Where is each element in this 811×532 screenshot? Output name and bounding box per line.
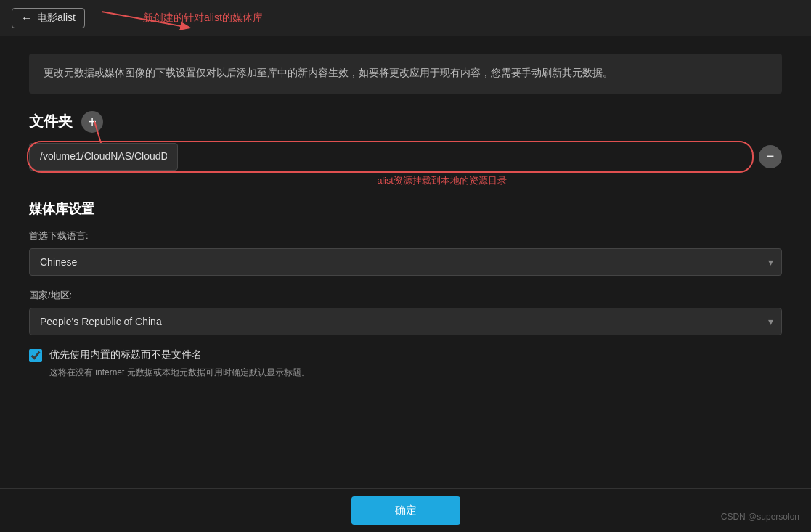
notice-text: 更改元数据或媒体图像的下载设置仅对以后添加至库中的新内容生效，如要将更改应用于现… <box>44 67 613 78</box>
back-label: 电影alist <box>37 12 76 25</box>
language-select-wrapper: Chinese English Japanese Korean ▾ <box>29 248 782 276</box>
country-select-wrapper: People's Republic of China United States… <box>29 308 782 335</box>
title-preference-checkbox[interactable] <box>29 349 42 362</box>
folder-path-input[interactable] <box>29 143 178 171</box>
back-button[interactable]: ← 电影alist <box>12 8 85 28</box>
folder-annotation: alist资源挂载到本地的资源目录 <box>102 175 782 187</box>
confirm-label: 确定 <box>395 504 417 516</box>
notice-box: 更改元数据或媒体图像的下载设置仅对以后添加至库中的新内容生效，如要将更改应用于现… <box>29 54 782 94</box>
remove-icon: − <box>767 149 775 164</box>
language-select[interactable]: Chinese English Japanese Korean <box>29 248 782 276</box>
folder-row: − <box>29 143 782 171</box>
country-select[interactable]: People's Republic of China United States… <box>29 308 782 335</box>
language-label: 首选下载语言: <box>29 229 782 242</box>
watermark: CSDN @supersolon <box>721 512 799 522</box>
remove-folder-button[interactable]: − <box>759 145 782 168</box>
main-content: 更改元数据或媒体图像的下载设置仅对以后添加至库中的新内容生效，如要将更改应用于现… <box>0 36 811 488</box>
folders-label: 文件夹 <box>29 112 73 131</box>
footer: 确定 <box>0 488 811 532</box>
confirm-button[interactable]: 确定 <box>351 496 460 525</box>
header: ← 电影alist 新创建的针对alist的媒体库 <box>0 0 811 36</box>
checkbox-description: 这将在没有 internet 元数据或本地元数据可用时确定默认显示标题。 <box>49 367 782 379</box>
back-arrow-icon: ← <box>21 12 33 25</box>
settings-title: 媒体库设置 <box>29 200 782 218</box>
checkbox-row: 优先使用内置的标题而不是文件名 <box>29 348 782 362</box>
folders-section-title: 文件夹 + <box>29 111 782 133</box>
header-annotation: 新创建的针对alist的媒体库 <box>143 12 263 25</box>
checkbox-label: 优先使用内置的标题而不是文件名 <box>49 348 202 361</box>
country-label: 国家/地区: <box>29 289 782 302</box>
folder-input-wrapper <box>29 143 751 171</box>
